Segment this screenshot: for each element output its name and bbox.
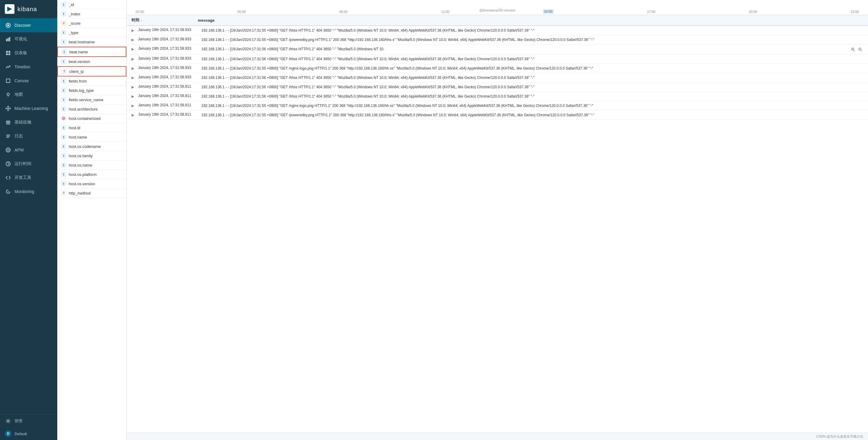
row-expander[interactable]: ▶ xyxy=(131,113,136,117)
table-row[interactable]: ▶January 19th 2024, 17:31:58.933192.168.… xyxy=(127,44,868,55)
row-expander[interactable]: ▶ xyxy=(131,94,136,99)
table-row[interactable]: ▶January 19th 2024, 17:31:58.811192.168.… xyxy=(127,101,868,110)
svg-point-14 xyxy=(6,108,7,109)
sidebar-item-infra[interactable]: 基础设施 xyxy=(0,115,57,129)
ml-icon xyxy=(5,105,11,112)
field-item[interactable]: tfields.from xyxy=(57,76,126,86)
sidebar-item-devtools[interactable]: 开发工具 xyxy=(0,171,57,184)
sidebar-item-apm[interactable]: APM xyxy=(0,143,57,157)
row-expander[interactable]: ▶ xyxy=(131,28,136,33)
table-row[interactable]: ▶January 19th 2024, 17:31:58.933192.168.… xyxy=(127,35,868,44)
field-name-label: host.os.family xyxy=(69,154,93,158)
field-name-label: host.os.version xyxy=(69,181,95,186)
field-type-badge: t xyxy=(61,78,66,84)
field-item[interactable]: tbeat.hostname xyxy=(57,37,126,47)
field-item[interactable]: t_id xyxy=(57,0,126,9)
field-item[interactable]: ?http_method xyxy=(57,189,126,198)
field-item[interactable]: tfields.service_name xyxy=(57,95,126,104)
row-expander[interactable]: ▶ xyxy=(131,66,136,70)
sidebar-item-timelion[interactable]: Timelion xyxy=(0,60,57,74)
sidebar-item-monitoring[interactable]: Monitoring xyxy=(0,184,57,199)
table-row[interactable]: ▶January 19th 2024, 17:31:58.811192.168.… xyxy=(127,92,868,101)
svg-rect-5 xyxy=(9,37,10,41)
infra-icon xyxy=(5,119,11,126)
sidebar-item-maps[interactable]: 地图 xyxy=(0,88,57,101)
apm-icon xyxy=(5,147,11,153)
table-row[interactable]: ▶January 19th 2024, 17:31:58.811192.168.… xyxy=(127,82,868,92)
svg-line-35 xyxy=(854,50,855,51)
field-item[interactable]: thost.id xyxy=(57,123,126,133)
field-item[interactable]: thost.os.version xyxy=(57,179,126,189)
field-item[interactable]: tbeat.version xyxy=(57,57,126,66)
sidebar-item-apm-label: APM xyxy=(14,147,24,153)
sidebar-item-management-label: 管理 xyxy=(14,418,22,424)
table-row[interactable]: ▶January 19th 2024, 17:31:58.933192.168.… xyxy=(127,55,868,64)
table-row[interactable]: ▶January 19th 2024, 17:31:58.933192.168.… xyxy=(127,73,868,82)
field-item[interactable]: tbeat.name xyxy=(57,47,126,57)
table-row[interactable]: ▶January 19th 2024, 17:31:58.811192.168.… xyxy=(127,110,868,120)
field-type-badge: t xyxy=(61,153,66,159)
field-item[interactable]: t_index xyxy=(57,9,126,19)
sidebar-item-management[interactable]: 管理 xyxy=(0,415,57,427)
field-type-badge: t xyxy=(61,2,66,7)
field-item[interactable]: #_score xyxy=(57,19,126,28)
field-type-badge: t xyxy=(61,172,66,177)
col-time-label: 时间 xyxy=(131,18,139,23)
row-time: January 19th 2024, 17:31:58.811 xyxy=(138,112,198,116)
sidebar-item-logs[interactable]: 日志 xyxy=(0,129,57,143)
field-item[interactable]: thost.os.name xyxy=(57,161,126,170)
svg-rect-22 xyxy=(6,121,10,122)
sidebar-item-discover[interactable]: Discover xyxy=(0,19,57,32)
sidebar-logo[interactable]: kibana xyxy=(0,0,57,19)
field-type-badge: i xyxy=(61,116,66,121)
svg-point-15 xyxy=(9,108,10,109)
row-expander[interactable]: ▶ xyxy=(131,104,136,108)
row-search-out-btn[interactable] xyxy=(857,46,863,53)
field-item[interactable]: thost.name xyxy=(57,133,126,142)
col-time-header[interactable]: 时间 ↕ xyxy=(131,18,198,23)
field-item[interactable]: thost.os.codename xyxy=(57,142,126,151)
timeline-tick: 17:00 xyxy=(647,10,655,13)
field-item[interactable]: t_type xyxy=(57,28,126,37)
svg-point-17 xyxy=(7,110,9,111)
row-expander[interactable]: ▶ xyxy=(131,85,136,89)
field-type-badge: t xyxy=(61,97,66,102)
sidebar-item-monitoring-label: Monitoring xyxy=(14,189,34,194)
sidebar: kibana Discover 可视化 仪表板 Timelion Canvas xyxy=(0,0,57,440)
row-expander[interactable]: ▶ xyxy=(131,57,136,61)
sidebar-item-ml[interactable]: Machine Learning xyxy=(0,101,57,115)
row-search-in-btn[interactable] xyxy=(850,46,856,53)
field-name-label: fields.service_name xyxy=(69,98,103,102)
field-item[interactable]: ?client_ip xyxy=(57,66,126,76)
table-row[interactable]: ▶January 19th 2024, 17:31:58.933192.168.… xyxy=(127,26,868,35)
sidebar-item-visualize[interactable]: 可视化 xyxy=(0,32,57,46)
row-message: 192.168.136.1 - - [19/Jan/2024:17:31:56 … xyxy=(202,84,863,90)
field-item[interactable]: ihost.containerized xyxy=(57,114,126,123)
sidebar-item-dashboard[interactable]: 仪表板 xyxy=(0,46,57,60)
row-expander[interactable]: ▶ xyxy=(131,76,136,80)
row-expander[interactable]: ▶ xyxy=(131,47,136,51)
field-item[interactable]: thost.architecture xyxy=(57,104,126,114)
sidebar-item-canvas[interactable]: Canvas xyxy=(0,74,57,88)
field-name-label: host.architecture xyxy=(69,107,98,111)
field-item[interactable]: tfields.log_type xyxy=(57,86,126,95)
sidebar-item-default[interactable]: D Default xyxy=(0,427,57,440)
svg-point-31 xyxy=(7,420,9,422)
field-type-badge: t xyxy=(61,181,66,187)
monitoring-icon xyxy=(5,188,11,195)
row-expander[interactable]: ▶ xyxy=(131,38,136,42)
svg-point-16 xyxy=(7,106,9,107)
field-name-label: fields.log_type xyxy=(69,88,94,93)
field-name-label: _id xyxy=(69,2,74,7)
kibana-logo-text: kibana xyxy=(18,6,37,13)
field-item[interactable]: thost.os.family xyxy=(57,151,126,161)
svg-point-2 xyxy=(7,24,9,26)
sort-time-icon[interactable]: ↕ xyxy=(141,19,142,22)
field-type-badge: t xyxy=(61,39,66,44)
sidebar-item-uptime[interactable]: 运行时间 xyxy=(0,157,57,171)
row-actions xyxy=(850,46,863,53)
timeline-tick: 11:00 xyxy=(441,10,450,13)
field-item[interactable]: thost.os.platform xyxy=(57,170,126,179)
row-time: January 19th 2024, 17:31:58.933 xyxy=(138,75,198,79)
table-row[interactable]: ▶January 19th 2024, 17:31:58.933192.168.… xyxy=(127,64,868,73)
